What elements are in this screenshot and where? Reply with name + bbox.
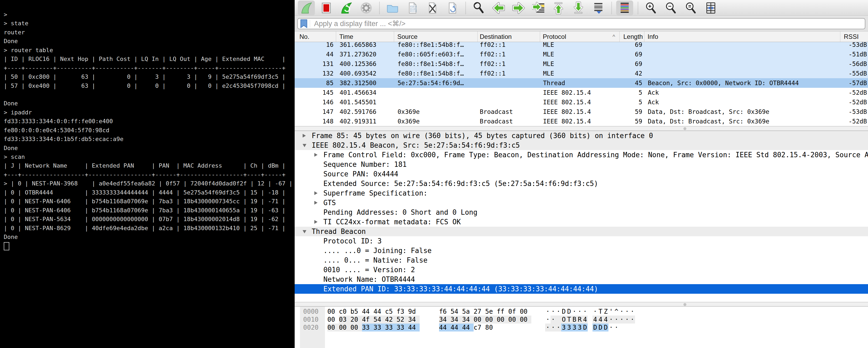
ascii-char: ' xyxy=(609,308,614,316)
detail-row[interactable]: Extended PAN ID: 33:33:33:33:44:44:44:44… xyxy=(294,284,868,294)
ascii-char: · xyxy=(551,323,556,331)
packet-row[interactable]: 16361.665863fe80::f8e1:54b8:f…ff02::1MLE… xyxy=(294,42,868,50)
detail-row[interactable]: Extended Source: 5e:27:5a:54:f6:9d:f3:c5… xyxy=(294,179,868,188)
resize-columns-button[interactable] xyxy=(702,1,719,16)
column-header-length[interactable]: Length xyxy=(620,31,644,42)
detail-row[interactable]: 0010 .... = Version: 2 xyxy=(294,265,868,274)
packet-cell-time: 401.545501 xyxy=(336,97,394,107)
detail-text: Frame 85: 45 bytes on wire (360 bits), 4… xyxy=(294,131,868,141)
packet-cell-rssi: -57dB xyxy=(840,78,868,88)
restart-capture-button[interactable] xyxy=(338,1,355,16)
display-filter-input[interactable]: Apply a display filter ... <⌘/> xyxy=(297,18,865,29)
collapsed-arrow-icon[interactable] xyxy=(303,134,306,138)
detail-row[interactable]: Superframe Specification: xyxy=(294,188,868,198)
go-to-packet-button[interactable] xyxy=(530,1,547,16)
detail-row[interactable]: Source PAN: 0x4444 xyxy=(294,169,868,179)
svg-text:01110: 01110 xyxy=(410,10,417,12)
close-file-icon xyxy=(426,2,439,14)
packet-row[interactable]: 146401.545501IEEE 802.15.45Ack-52dB xyxy=(294,97,868,107)
terminal-line: fe80:0:0:0:e0c4:5304:5f70:98cd xyxy=(4,126,294,135)
detail-row[interactable]: Protocol ID: 3 xyxy=(294,236,868,246)
hex-byte: 00 xyxy=(339,323,350,331)
colorize-icon xyxy=(618,2,631,14)
packet-cell-destination xyxy=(477,78,540,88)
start-capture-button[interactable] xyxy=(298,1,315,16)
detail-row[interactable]: Frame Control Field: 0xc000, Frame Type:… xyxy=(294,150,868,160)
reload-capture-button[interactable] xyxy=(444,1,461,16)
go-back-button[interactable] xyxy=(490,1,507,16)
detail-row[interactable]: .... ...0 = Joining: False xyxy=(294,246,868,255)
detail-row[interactable]: TI CC24xx-format metadata: FCS OK xyxy=(294,217,868,227)
terminal-pane[interactable]: >> staterouterDone> router table| ID | R… xyxy=(0,0,294,348)
hex-byte: c5 xyxy=(385,308,397,316)
zoom-in-button[interactable] xyxy=(643,1,659,16)
detail-row[interactable]: IEEE 802.15.4 Beacon, Src: 5e:27:5a:54:f… xyxy=(294,141,868,150)
column-header-time[interactable]: Time xyxy=(336,31,394,42)
detail-row[interactable]: GTS xyxy=(294,198,868,207)
expanded-arrow-icon[interactable] xyxy=(303,144,306,147)
packet-list: 16361.665863fe80::f8e1:54b8:f…ff02::1MLE… xyxy=(294,42,868,126)
ascii-char: B xyxy=(572,316,577,323)
detail-row[interactable]: Pending Addresses: 0 Short and 0 Long xyxy=(294,207,868,217)
packet-row[interactable]: 148402.9193110x369eBroadcastIEEE 802.15.… xyxy=(294,117,868,126)
packet-row[interactable]: 131400.125366fe80::f8e1:54b8:f…ff02::1ML… xyxy=(294,59,868,69)
detail-text: Frame Control Field: 0xc000, Frame Type:… xyxy=(294,150,868,160)
terminal-line: | 0 | NEST-PAN-5634 | 0000000000000000 |… xyxy=(4,215,294,224)
packet-cell-info xyxy=(644,42,840,50)
column-header-no[interactable]: No. xyxy=(294,31,336,42)
column-header-info[interactable]: Info xyxy=(644,31,840,42)
collapsed-arrow-icon[interactable] xyxy=(314,153,317,157)
go-to-first-button[interactable] xyxy=(550,1,567,16)
hex-row[interactable]: 00100003204f544252343434340000000000·· O… xyxy=(294,316,868,323)
save-capture-button[interactable]: 010100110101110 xyxy=(404,1,421,16)
open-capture-button[interactable] xyxy=(384,1,401,16)
ascii-char: · xyxy=(630,316,635,323)
packet-row[interactable]: 44371.273620fe80::605f:e603:f…ff02::1MLE… xyxy=(294,50,868,59)
packet-cell-no: 131 xyxy=(294,59,336,69)
column-header-source[interactable]: Source xyxy=(394,31,477,42)
packet-list-splitter[interactable] xyxy=(294,126,868,131)
restart-capture-icon xyxy=(340,2,352,14)
column-header-protocol[interactable]: Protocol^ xyxy=(540,31,620,42)
colorize-packets-button[interactable] xyxy=(616,1,633,16)
ascii-char: · xyxy=(614,323,619,331)
expanded-arrow-icon[interactable] xyxy=(303,230,306,233)
detail-row[interactable]: Network Name: OTBR4444 xyxy=(294,274,868,284)
hex-row[interactable]: 00200000003333333344444444c780···3333DDD… xyxy=(294,323,868,331)
detail-row[interactable]: Sequence Number: 181 xyxy=(294,160,868,169)
packet-row[interactable]: 145401.456634IEEE 802.15.45Ack-52dB xyxy=(294,88,868,97)
go-to-last-button[interactable] xyxy=(570,1,587,16)
detail-text: TI CC24xx-format metadata: FCS OK xyxy=(294,217,868,227)
hex-byte: 33 xyxy=(385,323,397,331)
details-splitter[interactable] xyxy=(294,302,868,307)
packet-row[interactable]: 132400.693542fe80::f8e1:54b8:f…ff02::1ML… xyxy=(294,69,868,78)
bookmark-icon[interactable] xyxy=(300,19,307,28)
column-header-destination[interactable]: Destination xyxy=(477,31,540,42)
collapsed-arrow-icon[interactable] xyxy=(314,201,317,205)
go-forward-button[interactable] xyxy=(510,1,527,16)
zoom-out-button[interactable] xyxy=(662,1,679,16)
detail-row[interactable]: .... 0... = Native: False xyxy=(294,255,868,265)
detail-row[interactable]: Thread Beacon xyxy=(294,227,868,236)
packet-cell-protocol: MLE xyxy=(540,42,620,50)
auto-scroll-button[interactable] xyxy=(590,1,607,16)
hex-byte: 44 xyxy=(362,308,373,316)
packet-row[interactable]: 85382.3125005e:27:5a:54:f6:9d…Thread45Be… xyxy=(294,78,868,88)
packet-cell-rssi: -52dB xyxy=(840,88,868,97)
find-packet-button[interactable] xyxy=(470,1,487,16)
packet-cell-length: 5 xyxy=(620,88,644,97)
capture-options-button[interactable] xyxy=(358,1,375,16)
collapsed-arrow-icon[interactable] xyxy=(314,191,317,195)
stop-capture-button[interactable] xyxy=(318,1,335,16)
ascii-char: 3 xyxy=(561,323,566,331)
hex-row[interactable]: 000000c0b54444c5f39df6545a275eff0f00···D… xyxy=(294,308,868,316)
zoom-reset-button[interactable] xyxy=(682,1,700,16)
packet-cell-info: Ack xyxy=(644,97,840,107)
detail-row[interactable]: Frame 85: 45 bytes on wire (360 bits), 4… xyxy=(294,131,868,141)
close-capture-button[interactable] xyxy=(424,1,441,16)
packet-row[interactable]: 147402.5917660x369eBroadcastIEEE 802.15.… xyxy=(294,107,868,117)
collapsed-arrow-icon[interactable] xyxy=(314,220,317,224)
packet-cell-no: 146 xyxy=(294,97,336,107)
column-header-rssi[interactable]: RSSI xyxy=(840,31,868,42)
hex-byte: 00 xyxy=(350,323,362,331)
